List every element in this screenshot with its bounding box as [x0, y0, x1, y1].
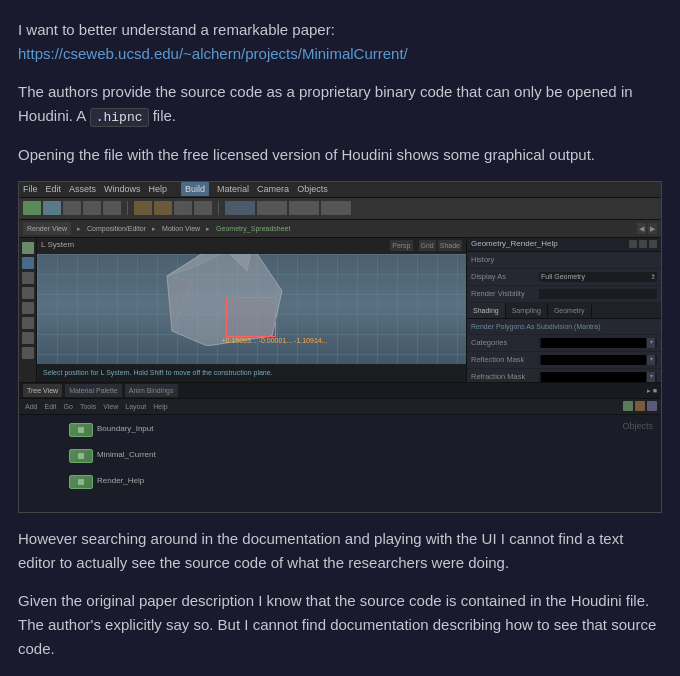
bottom-tab-material[interactable]: Material Palette: [65, 384, 122, 397]
paper-link[interactable]: https://cseweb.ucsd.edu/~alchern/project…: [18, 45, 408, 62]
left-icon-2[interactable]: [22, 257, 34, 269]
bottom-tab-tree[interactable]: Tree View: [23, 384, 62, 397]
toolbar-btn-10[interactable]: [225, 201, 255, 215]
left-icon-1[interactable]: [22, 242, 34, 254]
node-render-help[interactable]: Render_Help: [69, 475, 144, 489]
left-icon-4[interactable]: [22, 287, 34, 299]
menu-camera[interactable]: Camera: [257, 182, 289, 196]
bt-btn-help[interactable]: Help: [151, 401, 169, 412]
menu-build[interactable]: Build: [181, 182, 209, 196]
paragraph-4: Given the original paper description I k…: [18, 589, 662, 661]
prop-reflection-btn[interactable]: ▾: [647, 355, 655, 365]
toolbar2-item-1[interactable]: Render View: [23, 222, 71, 235]
node-box-inner-minimal: [78, 453, 84, 459]
prop-categories-label: Categories: [471, 337, 536, 349]
toolbar2-btn-2[interactable]: ▶: [648, 223, 657, 234]
houdini-bottom-panel: Tree View Material Palette Anim Bindings…: [19, 382, 661, 512]
left-icon-3[interactable]: [22, 272, 34, 284]
node-label-boundary: Boundary_Input: [97, 423, 154, 436]
bt-btn-go[interactable]: Go: [62, 401, 75, 412]
viewport-column: L System Persp Grid Shade: [37, 238, 466, 382]
toolbar-sep-1: [127, 201, 128, 215]
toolbar2-sep2: ▸: [150, 223, 158, 234]
bottom-tab-anim[interactable]: Anim Bindings: [125, 384, 178, 397]
houdini-menubar: File Edit Assets Windows Help Build Mate…: [19, 182, 661, 198]
prop-tab-sampling[interactable]: Sampling: [506, 303, 548, 318]
para1b-text: file.: [149, 107, 177, 124]
paragraph-2: Opening the file with the free licensed …: [18, 143, 662, 167]
toolbar-btn-5[interactable]: [103, 201, 121, 215]
houdini-viewport[interactable]: +0.15093... -0.00001... -1.10914... Sele…: [37, 254, 466, 382]
prop-categories-value[interactable]: ▾: [539, 338, 657, 348]
bt-btn-tools[interactable]: Tools: [78, 401, 98, 412]
menu-file[interactable]: File: [23, 182, 38, 196]
viewport-label: L System: [41, 239, 74, 252]
prop-display-value[interactable]: Full Geometry 1: [539, 272, 657, 282]
toolbar-btn-2[interactable]: [43, 201, 61, 215]
paragraph-3: However searching around in the document…: [18, 527, 662, 575]
prop-tab-geometry[interactable]: Geometry: [548, 303, 592, 318]
prop-render-polygons: Render Polygons As Subdivision (Mantra): [467, 319, 661, 335]
node-box-inner-render: [78, 479, 84, 485]
toolbar-btn-13[interactable]: [321, 201, 351, 215]
node-boundary-input[interactable]: Boundary_Input: [69, 423, 154, 437]
toolbar-btn-1[interactable]: [23, 201, 41, 215]
left-icon-6[interactable]: [22, 317, 34, 329]
node-box-inner-boundary: [78, 427, 84, 433]
toolbar-btn-11[interactable]: [257, 201, 287, 215]
bt-btn-edit[interactable]: Edit: [42, 401, 58, 412]
toolbar2-item-3[interactable]: Geometry_Spreadsheet: [216, 223, 290, 234]
bottom-toolbar: Add Edit Go Tools View Layout Help: [19, 399, 661, 415]
vp-btn-persp[interactable]: Persp: [390, 240, 412, 251]
prop-render-vis-label: Render Visibility: [471, 288, 536, 300]
prop-tab-shading[interactable]: Shading: [467, 303, 506, 318]
toolbar-btn-9[interactable]: [194, 201, 212, 215]
bt-btn-add[interactable]: Add: [23, 401, 39, 412]
toolbar2-item-2[interactable]: Motion View: [162, 223, 200, 234]
prop-reflection-value[interactable]: ▾: [539, 355, 657, 365]
bottom-header-icon-1[interactable]: ▸: [647, 385, 651, 396]
houdini-toolbar: [19, 198, 661, 220]
page-container: I want to better understand a remarkable…: [18, 18, 662, 676]
menu-objects[interactable]: Objects: [297, 182, 328, 196]
prop-refraction-btn[interactable]: ▾: [647, 372, 655, 382]
toolbar2-sep: ▸: [75, 223, 83, 234]
code-hipnc: .hipnc: [90, 108, 149, 127]
viewport-header: L System Persp Grid Shade: [37, 238, 466, 254]
node-minimal-current[interactable]: Minimal_Current: [69, 449, 156, 463]
left-icon-7[interactable]: [22, 332, 34, 344]
prop-categories-btn[interactable]: ▾: [647, 338, 655, 348]
panel-btn-2[interactable]: [639, 240, 647, 248]
prop-refraction-swatch: [541, 372, 646, 382]
node-area[interactable]: Objects Boundary_Input Minimal_Current: [19, 415, 661, 512]
bt-btn-view[interactable]: View: [101, 401, 120, 412]
toolbar-btn-4[interactable]: [83, 201, 101, 215]
toolbar-btn-12[interactable]: [289, 201, 319, 215]
menu-help[interactable]: Help: [149, 182, 168, 196]
menu-assets[interactable]: Assets: [69, 182, 96, 196]
prop-render-vis-value[interactable]: [539, 289, 657, 299]
toolbar-btn-8[interactable]: [174, 201, 192, 215]
panel-btn-3[interactable]: [649, 240, 657, 248]
viewport-footer-text: Select position for L System. Hold Shift…: [43, 367, 273, 378]
left-icon-8[interactable]: [22, 347, 34, 359]
toolbar-btn-7[interactable]: [154, 201, 172, 215]
menu-edit[interactable]: Edit: [46, 182, 62, 196]
toolbar-btn-6[interactable]: [134, 201, 152, 215]
bt-btn-layout[interactable]: Layout: [123, 401, 148, 412]
prop-tab-content: Render Polygons As Subdivision (Mantra) …: [467, 319, 661, 382]
node-box-boundary: [69, 423, 93, 437]
vp-btn-grid[interactable]: Grid: [419, 240, 436, 251]
prop-display-label: Display As: [471, 271, 536, 283]
panel-btn-1[interactable]: [629, 240, 637, 248]
prop-refraction-value[interactable]: ▾: [539, 372, 657, 382]
selection-box: [226, 297, 276, 337]
vp-btn-shading[interactable]: Shade: [438, 240, 462, 251]
menu-windows[interactable]: Windows: [104, 182, 141, 196]
menu-material[interactable]: Material: [217, 182, 249, 196]
bottom-header-icon-2[interactable]: ■: [653, 385, 657, 396]
toolbar-btn-3[interactable]: [63, 201, 81, 215]
left-icon-5[interactable]: [22, 302, 34, 314]
houdini-toolbar-2: Render View ▸ Composition/Editor ▸ Motio…: [19, 220, 661, 238]
toolbar2-btn-1[interactable]: ◀: [637, 223, 646, 234]
